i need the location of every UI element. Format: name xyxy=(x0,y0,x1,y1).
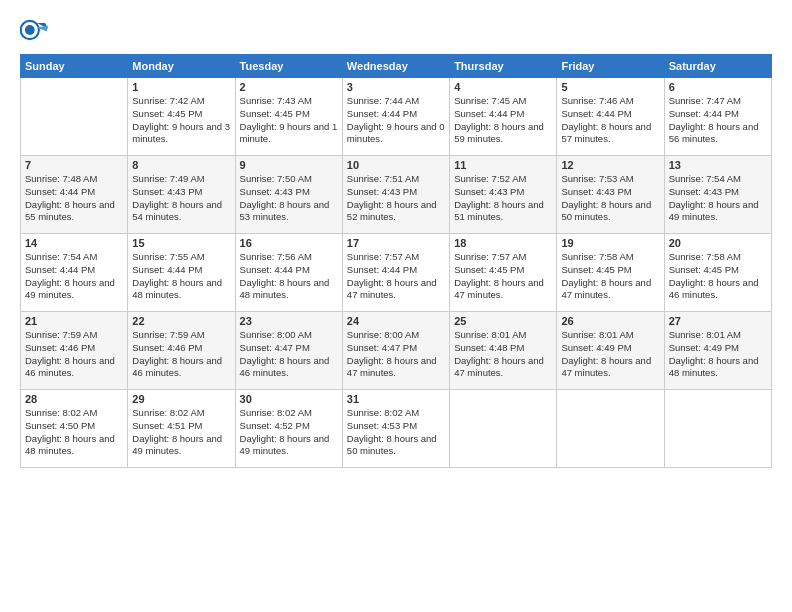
weekday-header-wednesday: Wednesday xyxy=(342,55,449,78)
day-number: 15 xyxy=(132,237,230,249)
day-number: 4 xyxy=(454,81,552,93)
calendar-cell: 1Sunrise: 7:42 AMSunset: 4:45 PMDaylight… xyxy=(128,78,235,156)
calendar-cell: 26Sunrise: 8:01 AMSunset: 4:49 PMDayligh… xyxy=(557,312,664,390)
day-number: 14 xyxy=(25,237,123,249)
day-number: 5 xyxy=(561,81,659,93)
day-info: Sunrise: 8:01 AMSunset: 4:49 PMDaylight:… xyxy=(561,329,659,380)
calendar-cell: 15Sunrise: 7:55 AMSunset: 4:44 PMDayligh… xyxy=(128,234,235,312)
calendar-body: 1Sunrise: 7:42 AMSunset: 4:45 PMDaylight… xyxy=(21,78,772,468)
calendar-cell: 18Sunrise: 7:57 AMSunset: 4:45 PMDayligh… xyxy=(450,234,557,312)
day-info: Sunrise: 7:57 AMSunset: 4:44 PMDaylight:… xyxy=(347,251,445,302)
day-number: 9 xyxy=(240,159,338,171)
calendar-cell: 28Sunrise: 8:02 AMSunset: 4:50 PMDayligh… xyxy=(21,390,128,468)
day-number: 3 xyxy=(347,81,445,93)
calendar-cell: 10Sunrise: 7:51 AMSunset: 4:43 PMDayligh… xyxy=(342,156,449,234)
day-number: 27 xyxy=(669,315,767,327)
day-number: 18 xyxy=(454,237,552,249)
calendar-cell: 5Sunrise: 7:46 AMSunset: 4:44 PMDaylight… xyxy=(557,78,664,156)
calendar-cell: 3Sunrise: 7:44 AMSunset: 4:44 PMDaylight… xyxy=(342,78,449,156)
calendar-cell: 25Sunrise: 8:01 AMSunset: 4:48 PMDayligh… xyxy=(450,312,557,390)
calendar-cell: 27Sunrise: 8:01 AMSunset: 4:49 PMDayligh… xyxy=(664,312,771,390)
day-info: Sunrise: 7:54 AMSunset: 4:43 PMDaylight:… xyxy=(669,173,767,224)
calendar-cell: 14Sunrise: 7:54 AMSunset: 4:44 PMDayligh… xyxy=(21,234,128,312)
day-info: Sunrise: 8:02 AMSunset: 4:51 PMDaylight:… xyxy=(132,407,230,458)
calendar-cell: 21Sunrise: 7:59 AMSunset: 4:46 PMDayligh… xyxy=(21,312,128,390)
day-info: Sunrise: 7:55 AMSunset: 4:44 PMDaylight:… xyxy=(132,251,230,302)
calendar-cell: 6Sunrise: 7:47 AMSunset: 4:44 PMDaylight… xyxy=(664,78,771,156)
day-number: 1 xyxy=(132,81,230,93)
calendar-cell: 17Sunrise: 7:57 AMSunset: 4:44 PMDayligh… xyxy=(342,234,449,312)
calendar-cell: 22Sunrise: 7:59 AMSunset: 4:46 PMDayligh… xyxy=(128,312,235,390)
header xyxy=(20,16,772,44)
calendar-cell: 16Sunrise: 7:56 AMSunset: 4:44 PMDayligh… xyxy=(235,234,342,312)
calendar-week-1: 7Sunrise: 7:48 AMSunset: 4:44 PMDaylight… xyxy=(21,156,772,234)
day-info: Sunrise: 8:02 AMSunset: 4:50 PMDaylight:… xyxy=(25,407,123,458)
calendar-cell: 4Sunrise: 7:45 AMSunset: 4:44 PMDaylight… xyxy=(450,78,557,156)
day-info: Sunrise: 8:02 AMSunset: 4:52 PMDaylight:… xyxy=(240,407,338,458)
day-info: Sunrise: 7:51 AMSunset: 4:43 PMDaylight:… xyxy=(347,173,445,224)
day-info: Sunrise: 7:58 AMSunset: 4:45 PMDaylight:… xyxy=(669,251,767,302)
calendar-cell: 24Sunrise: 8:00 AMSunset: 4:47 PMDayligh… xyxy=(342,312,449,390)
calendar-cell: 12Sunrise: 7:53 AMSunset: 4:43 PMDayligh… xyxy=(557,156,664,234)
calendar-cell xyxy=(21,78,128,156)
day-number: 8 xyxy=(132,159,230,171)
day-number: 19 xyxy=(561,237,659,249)
day-number: 29 xyxy=(132,393,230,405)
day-number: 13 xyxy=(669,159,767,171)
day-number: 28 xyxy=(25,393,123,405)
day-number: 30 xyxy=(240,393,338,405)
day-number: 23 xyxy=(240,315,338,327)
day-number: 16 xyxy=(240,237,338,249)
day-info: Sunrise: 8:01 AMSunset: 4:49 PMDaylight:… xyxy=(669,329,767,380)
calendar-cell: 31Sunrise: 8:02 AMSunset: 4:53 PMDayligh… xyxy=(342,390,449,468)
day-info: Sunrise: 7:53 AMSunset: 4:43 PMDaylight:… xyxy=(561,173,659,224)
calendar-table: SundayMondayTuesdayWednesdayThursdayFrid… xyxy=(20,54,772,468)
day-info: Sunrise: 7:56 AMSunset: 4:44 PMDaylight:… xyxy=(240,251,338,302)
logo xyxy=(20,16,52,44)
day-number: 24 xyxy=(347,315,445,327)
day-info: Sunrise: 7:49 AMSunset: 4:43 PMDaylight:… xyxy=(132,173,230,224)
day-info: Sunrise: 8:00 AMSunset: 4:47 PMDaylight:… xyxy=(240,329,338,380)
day-number: 7 xyxy=(25,159,123,171)
calendar-cell xyxy=(450,390,557,468)
day-number: 21 xyxy=(25,315,123,327)
calendar-cell: 29Sunrise: 8:02 AMSunset: 4:51 PMDayligh… xyxy=(128,390,235,468)
svg-point-1 xyxy=(25,25,35,35)
calendar-cell: 13Sunrise: 7:54 AMSunset: 4:43 PMDayligh… xyxy=(664,156,771,234)
calendar-cell: 7Sunrise: 7:48 AMSunset: 4:44 PMDaylight… xyxy=(21,156,128,234)
calendar-page: SundayMondayTuesdayWednesdayThursdayFrid… xyxy=(0,0,792,612)
day-info: Sunrise: 7:45 AMSunset: 4:44 PMDaylight:… xyxy=(454,95,552,146)
weekday-header-monday: Monday xyxy=(128,55,235,78)
weekday-header-friday: Friday xyxy=(557,55,664,78)
day-number: 12 xyxy=(561,159,659,171)
weekday-header-row: SundayMondayTuesdayWednesdayThursdayFrid… xyxy=(21,55,772,78)
day-number: 2 xyxy=(240,81,338,93)
calendar-week-2: 14Sunrise: 7:54 AMSunset: 4:44 PMDayligh… xyxy=(21,234,772,312)
calendar-cell xyxy=(664,390,771,468)
weekday-header-tuesday: Tuesday xyxy=(235,55,342,78)
calendar-cell: 8Sunrise: 7:49 AMSunset: 4:43 PMDaylight… xyxy=(128,156,235,234)
day-info: Sunrise: 7:59 AMSunset: 4:46 PMDaylight:… xyxy=(25,329,123,380)
day-number: 11 xyxy=(454,159,552,171)
day-number: 10 xyxy=(347,159,445,171)
calendar-header: SundayMondayTuesdayWednesdayThursdayFrid… xyxy=(21,55,772,78)
day-info: Sunrise: 8:02 AMSunset: 4:53 PMDaylight:… xyxy=(347,407,445,458)
calendar-cell: 11Sunrise: 7:52 AMSunset: 4:43 PMDayligh… xyxy=(450,156,557,234)
day-info: Sunrise: 7:46 AMSunset: 4:44 PMDaylight:… xyxy=(561,95,659,146)
calendar-cell: 19Sunrise: 7:58 AMSunset: 4:45 PMDayligh… xyxy=(557,234,664,312)
calendar-week-0: 1Sunrise: 7:42 AMSunset: 4:45 PMDaylight… xyxy=(21,78,772,156)
day-info: Sunrise: 7:48 AMSunset: 4:44 PMDaylight:… xyxy=(25,173,123,224)
day-number: 31 xyxy=(347,393,445,405)
day-info: Sunrise: 8:01 AMSunset: 4:48 PMDaylight:… xyxy=(454,329,552,380)
day-info: Sunrise: 8:00 AMSunset: 4:47 PMDaylight:… xyxy=(347,329,445,380)
calendar-cell: 20Sunrise: 7:58 AMSunset: 4:45 PMDayligh… xyxy=(664,234,771,312)
day-number: 17 xyxy=(347,237,445,249)
day-info: Sunrise: 7:59 AMSunset: 4:46 PMDaylight:… xyxy=(132,329,230,380)
day-info: Sunrise: 7:57 AMSunset: 4:45 PMDaylight:… xyxy=(454,251,552,302)
calendar-cell xyxy=(557,390,664,468)
calendar-cell: 2Sunrise: 7:43 AMSunset: 4:45 PMDaylight… xyxy=(235,78,342,156)
weekday-header-sunday: Sunday xyxy=(21,55,128,78)
day-number: 6 xyxy=(669,81,767,93)
day-info: Sunrise: 7:50 AMSunset: 4:43 PMDaylight:… xyxy=(240,173,338,224)
calendar-cell: 23Sunrise: 8:00 AMSunset: 4:47 PMDayligh… xyxy=(235,312,342,390)
